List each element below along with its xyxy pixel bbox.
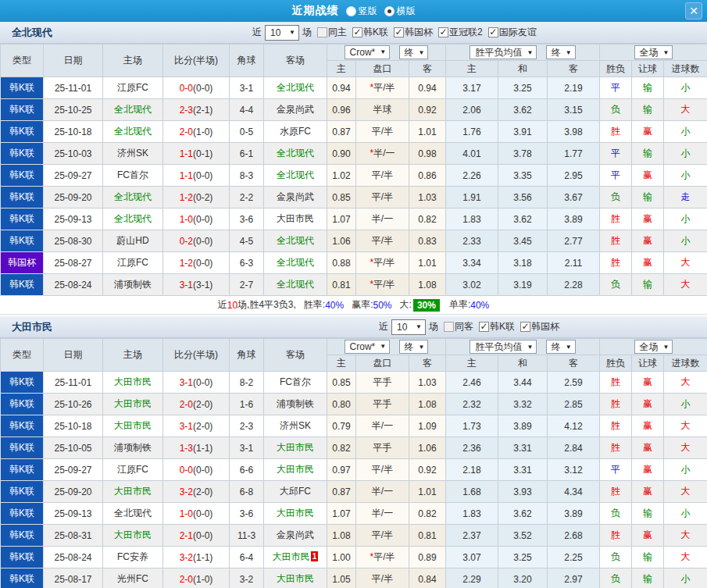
col-header-corner: 角球 <box>230 339 264 372</box>
avg-win-cell: 2.37 <box>446 525 498 547</box>
away-team-cell: 大田市民 <box>264 437 327 459</box>
league-filter-checkbox[interactable]: ✓ <box>394 27 404 37</box>
away-odds-cell: 0.89 <box>409 547 446 568</box>
win-rate-label: 胜率: <box>304 298 325 312</box>
spread-result-cell: 输 <box>632 503 664 525</box>
league-filters: ✓韩K联✓韩国杯✓亚冠联2✓国际友谊 <box>347 26 537 39</box>
sub-header-handicap: 盘口 <box>356 355 409 372</box>
result-cell: 胜 <box>600 230 632 252</box>
spread-result-cell: 赢 <box>632 415 664 437</box>
match-row: 韩K联25-09-20全北现代1-2(0-2)2-2金泉尚武0.85平/半1.0… <box>1 187 707 208</box>
avg-stage-select[interactable]: 终▼ <box>546 45 576 59</box>
spread-result-cell: 输 <box>632 547 664 568</box>
odds-stage-select[interactable]: 终▼ <box>399 45 429 59</box>
home-odds-cell: 0.87 <box>327 121 356 143</box>
away-odds-cell: 0.92 <box>409 459 446 481</box>
avg-type-select[interactable]: 胜平负均值▼ <box>470 45 537 59</box>
col-header-date: 日期 <box>44 339 103 372</box>
home-odds-cell: 1.07 <box>327 208 356 230</box>
spread-rate-label: 赢率: <box>352 298 373 312</box>
home-team-cell: FC首尔 <box>103 165 163 187</box>
chevron-down-icon: ▼ <box>566 344 572 351</box>
odds-stage-value: 终 <box>405 46 414 59</box>
avg-stage-select[interactable]: 终▼ <box>546 340 576 354</box>
recent-count-select[interactable]: 10 ▼ <box>391 319 426 335</box>
league-filter-label: 韩K联 <box>363 26 388 39</box>
handicap-cell: 平/半 <box>356 230 409 252</box>
sub-header-result: 胜负 <box>600 355 632 372</box>
score-cell: 0-0(0-0) <box>163 77 230 99</box>
result-cell: 胜 <box>600 372 632 394</box>
match-row: 韩K联25-09-13全北现代1-0(0-0)3-6大田市民1.07半/一0.8… <box>1 208 707 230</box>
odds-company-select[interactable]: Crow*▼ <box>345 45 391 59</box>
goals-result-cell: 小 <box>664 121 707 143</box>
table-header-row: 类型 日期 主场 比分(半场) 角球 客场 Crow*▼ 终▼ 胜平负均值▼ 终… <box>1 339 707 355</box>
league-filter-checkbox[interactable]: ✓ <box>352 27 362 37</box>
avg-lose-cell: 2.59 <box>548 372 600 394</box>
big-rate-label: 大: <box>400 298 412 312</box>
handicap-cell: 平/半 <box>356 121 409 143</box>
close-button[interactable]: ✕ <box>685 2 702 20</box>
away-odds-cell: 1.01 <box>409 252 446 274</box>
col-header-type: 类型 <box>1 339 44 372</box>
goals-result-cell: 大 <box>664 415 707 437</box>
score-cell: 1-2(0-0) <box>163 252 230 274</box>
horizontal-layout-radio[interactable]: 横版 <box>384 5 416 18</box>
chevron-down-icon: ▼ <box>419 344 425 351</box>
league-filter-checkbox[interactable]: ✓ <box>479 322 489 332</box>
score-cell: 0-2(0-0) <box>163 230 230 252</box>
spread-result-cell: 输 <box>632 187 664 208</box>
avg-lose-cell: 1.77 <box>548 143 600 165</box>
handicap-cell: 平手 <box>356 394 409 415</box>
match-scope-select[interactable]: 全场▼ <box>634 340 673 354</box>
corner-score-cell: 2-2 <box>230 187 264 208</box>
away-odds-cell: 0.86 <box>409 165 446 187</box>
filter-bar: 近 10 ▼ 场 同主 ✓韩K联✓韩国杯✓亚冠联2✓国际友谊 <box>252 22 537 43</box>
away-odds-cell: 0.82 <box>409 208 446 230</box>
same-venue-checkbox[interactable] <box>317 27 327 37</box>
score-cell: 0-0(0-0) <box>163 459 230 481</box>
score-cell: 3-1(2-0) <box>163 415 230 437</box>
single-rate-label: 单率: <box>449 298 470 312</box>
avg-win-cell: 1.83 <box>446 503 498 525</box>
match-date-cell: 25-11-01 <box>44 372 103 394</box>
handicap-cell: 半/一 <box>356 415 409 437</box>
home-odds-cell: 1.02 <box>327 165 356 187</box>
result-cell: 负 <box>600 547 632 568</box>
home-odds-cell: 0.85 <box>327 372 356 394</box>
odds-stage-select[interactable]: 终▼ <box>399 340 429 354</box>
league-filter-checkbox[interactable]: ✓ <box>488 27 498 37</box>
spread-rate-value: 50% <box>373 300 392 311</box>
league-filter-checkbox[interactable]: ✓ <box>438 27 448 37</box>
avg-win-cell: 1.76 <box>446 121 498 143</box>
same-venue-checkbox[interactable] <box>444 322 454 332</box>
sub-header-spread: 让球 <box>632 61 664 77</box>
match-date-cell: 25-10-05 <box>44 437 103 459</box>
avg-win-cell: 1.91 <box>446 187 498 208</box>
summary-bar: 近10场,胜4平3负3, 胜率:40% 赢率:50% 大:30% 单率:40% <box>0 296 707 315</box>
avg-win-cell: 1.68 <box>446 481 498 503</box>
sub-header-goals: 进球数 <box>664 61 707 77</box>
handicap-cell: *平/半 <box>356 252 409 274</box>
vertical-layout-radio[interactable]: 竖版 <box>346 5 377 18</box>
away-odds-cell: 0.83 <box>409 230 446 252</box>
match-date-cell: 25-09-13 <box>44 208 103 230</box>
avg-draw-cell: 3.78 <box>498 143 548 165</box>
odds-company-select[interactable]: Crow*▼ <box>345 340 391 354</box>
recent-count-select[interactable]: 10 ▼ <box>265 25 299 41</box>
odds-stage-value: 终 <box>405 340 414 354</box>
col-header-home: 主场 <box>103 339 163 372</box>
league-filter-checkbox[interactable]: ✓ <box>520 322 530 332</box>
handicap-cell: 平手 <box>356 372 409 394</box>
avg-lose-cell: 3.89 <box>548 208 600 230</box>
handicap-cell: 半/一 <box>356 481 409 503</box>
match-scope-select[interactable]: 全场▼ <box>634 45 673 59</box>
match-row: 韩K联25-10-18大田市民3-1(2-0)2-3济州SK0.79半/一1.0… <box>1 415 707 437</box>
section-home-team: 全北现代 近 10 ▼ 场 同主 ✓韩K联✓韩国杯✓亚冠联2✓国际友谊 类型 日… <box>0 22 707 315</box>
sub-header-odds-home: 主 <box>327 355 356 372</box>
result-cell: 负 <box>600 568 632 588</box>
avg-type-select[interactable]: 胜平负均值▼ <box>470 340 537 354</box>
goals-result-cell: 小 <box>664 230 707 252</box>
match-date-cell: 25-10-18 <box>44 415 103 437</box>
avg-draw-cell: 3.93 <box>498 481 548 503</box>
